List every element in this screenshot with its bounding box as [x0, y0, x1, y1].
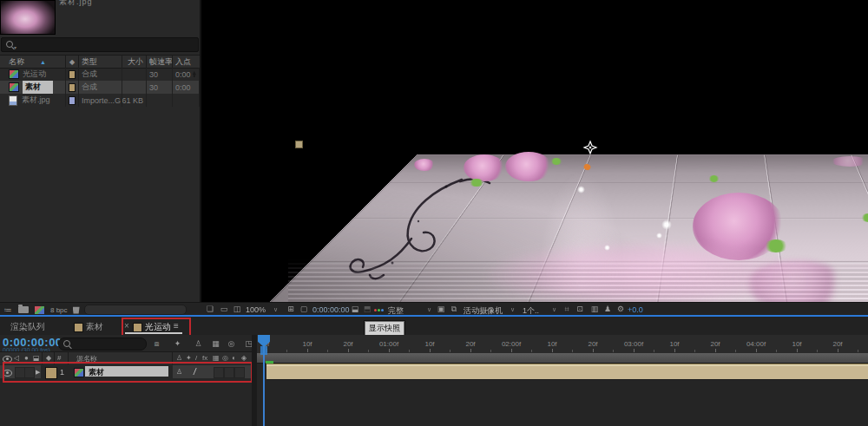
comp-mini-flowchart-icon[interactable]: ⧈ [151, 338, 162, 349]
view-layout-caret-icon[interactable]: ∨ [552, 306, 556, 313]
resolution-caret-icon[interactable]: ∨ [427, 306, 431, 313]
timeline-search-input[interactable] [58, 338, 147, 351]
layer-handle[interactable] [295, 141, 303, 148]
ruler-tick-mark [593, 349, 594, 352]
time-ruler[interactable]: 0f10f20f01:00f10f20f02:00f10f20f03:00f10… [257, 335, 868, 354]
ruler-tick-label: 10f [547, 340, 556, 348]
column-name[interactable]: 名称▲ [0, 56, 66, 68]
primary-viewer-icon[interactable]: ▭ [219, 305, 229, 314]
collapse-switch-icon[interactable]: ✦ [186, 354, 192, 362]
frame-blend-icon[interactable]: ▦ [210, 338, 221, 349]
search-icon [6, 41, 13, 48]
anchor-point-icon[interactable] [582, 140, 598, 155]
project-row-sucai-selected[interactable]: 素材 合成 30 0:00 [0, 81, 200, 94]
rose-far-edge [832, 156, 868, 167]
work-area-bar[interactable] [257, 353, 868, 364]
tab-footage[interactable]: 素材 [86, 321, 103, 333]
sparkle [661, 220, 672, 230]
ruler-tick-label: 03:00f [624, 340, 643, 348]
tab-footage-swatch [74, 323, 83, 332]
ruler-tick-label: 10f [792, 340, 801, 348]
take-snapshot-icon[interactable]: ⬓ [350, 305, 360, 314]
always-preview-icon[interactable]: ❏ [205, 305, 215, 314]
frame-blend-switch-icon[interactable]: ▦ [213, 354, 220, 362]
composition-icon [9, 69, 19, 79]
usage-icon [193, 71, 196, 77]
tab-render-queue[interactable]: 渲染队列 [10, 321, 45, 333]
hide-shy-icon[interactable]: ♙ [193, 338, 204, 349]
project-panel: 素材.jpg ▾ 名称▲ ◆ 类型 大小 帧速率 入点 光运动 合成 30 0:… [0, 0, 201, 302]
label-color-swatch[interactable] [69, 96, 76, 105]
ruler-tick-label: 10f [669, 340, 679, 348]
selected-item-name[interactable]: 素材 [23, 81, 53, 94]
exposure-gear-icon[interactable]: ⚙ [615, 305, 626, 314]
label-column-icon[interactable]: ◆ [46, 354, 51, 362]
magnification-select[interactable]: 100% [246, 305, 266, 314]
delete-icon[interactable] [73, 306, 80, 314]
motion-blur-switch-icon[interactable]: ◎ [222, 354, 228, 362]
layer-duration-bar[interactable] [266, 364, 868, 380]
after-effects-window: 素材.jpg ▾ 名称▲ ◆ 类型 大小 帧速率 入点 光运动 合成 30 0:… [0, 0, 868, 426]
project-search-input[interactable]: ▾ [1, 37, 199, 52]
jpg-file-icon [9, 95, 17, 106]
show-snapshot-icon[interactable]: ⬒ [362, 305, 372, 314]
ruler-tick-label: 04:00f [746, 340, 766, 348]
mask-visibility-icon[interactable]: ▢ [299, 305, 309, 314]
magnification-caret-icon[interactable]: ∨ [273, 306, 278, 313]
label-color-swatch[interactable] [69, 83, 76, 92]
ruler-tick-label: 20f [832, 340, 842, 348]
pixel-aspect-icon[interactable]: ⊡ [575, 305, 585, 314]
lock-column-icon[interactable]: ⬓ [33, 354, 40, 362]
leaf [550, 158, 562, 165]
column-label[interactable]: ◆ [66, 56, 79, 68]
ruler-tick-mark [634, 349, 635, 352]
shy-switch-icon[interactable]: ♙ [176, 354, 182, 362]
rose-cluster-left [464, 154, 505, 181]
exposure-value[interactable]: +0.0 [628, 305, 643, 314]
fast-preview-icon[interactable]: ▥ [589, 305, 600, 314]
water-ripples [288, 259, 868, 302]
motion-blur-icon[interactable]: ◎ [226, 338, 237, 349]
mirror-viewer-icon[interactable]: ◫ [232, 305, 242, 314]
column-size[interactable]: 大小 [122, 56, 147, 68]
grid-guides-icon[interactable]: ⊞ [286, 305, 296, 314]
audio-column-icon[interactable]: ◁ [14, 354, 19, 362]
view-caret-icon[interactable]: ∨ [510, 306, 515, 313]
ruler-tick-mark [552, 349, 553, 352]
quality-switch-icon[interactable]: / [195, 354, 197, 362]
project-row-guangyundong[interactable]: 光运动 合成 30 0:00 [0, 68, 200, 81]
ruler-tick-label: 10f [424, 340, 434, 348]
ruler-tick-mark [838, 349, 838, 352]
draft-3d-icon[interactable]: ✦ [172, 338, 183, 349]
ruler-tick-label: 20f [588, 340, 597, 348]
project-column-headers: 名称▲ ◆ 类型 大小 帧速率 入点 [0, 55, 200, 69]
new-composition-icon[interactable] [34, 305, 45, 315]
new-folder-icon[interactable] [18, 306, 29, 313]
sparkle [656, 233, 662, 239]
flowchart-icon[interactable]: ♟ [602, 305, 613, 314]
column-fps[interactable]: 帧速率 [147, 56, 173, 68]
region-of-interest-icon[interactable]: ▣ [436, 305, 446, 314]
transparency-grid-icon[interactable]: ⧉ [449, 305, 459, 314]
fx-switch-icon[interactable]: fx [202, 354, 207, 362]
label-color-swatch[interactable] [69, 70, 76, 79]
ruler-tick-label: 01:00f [379, 340, 398, 348]
sort-asc-icon: ▲ [40, 59, 46, 65]
column-type[interactable]: 类型 [79, 56, 122, 68]
viewer-toolbar: ❏ ▭ ◫ 100% ∨ ⊞ ▢ 0:00:00:00 ⬓ ⬒ 完整 ∨ ▣ ⧉… [201, 302, 868, 316]
channel-icon[interactable] [374, 305, 385, 314]
camera-settings-icon[interactable]: ⌗ [562, 305, 572, 314]
ruler-tick-label: 02:00f [502, 340, 521, 348]
viewer-timecode[interactable]: 0:00:00:00 [312, 305, 350, 314]
minor-ticks [266, 350, 868, 352]
adjustment-switch-icon[interactable]: ◐ [232, 354, 236, 362]
composition-viewer[interactable] [201, 0, 868, 302]
3d-switch-icon[interactable]: ◈ [241, 354, 247, 362]
solo-column-icon[interactable]: ● [24, 354, 29, 362]
bit-depth-label[interactable]: 8 bpc [50, 306, 68, 314]
column-inpoint[interactable]: 入点 [173, 56, 200, 68]
layer-number-column[interactable]: # [57, 354, 61, 362]
project-row-sucai-jpg[interactable]: 素材.jpg Importe...G 61 KB [0, 94, 200, 107]
interpret-footage-icon[interactable]: ≔ [3, 305, 13, 314]
project-scrollbar[interactable] [84, 305, 187, 315]
